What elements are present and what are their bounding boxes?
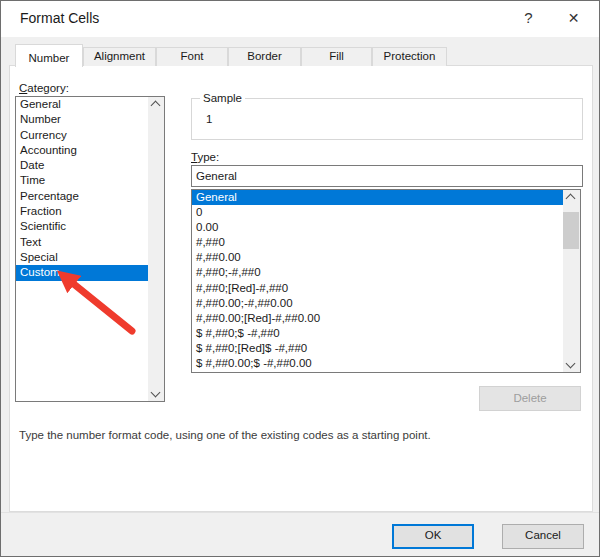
type-item[interactable]: $ #,##0.00;$ -#,##0.00: [192, 356, 580, 371]
cancel-button[interactable]: Cancel: [502, 524, 584, 549]
category-item[interactable]: Accounting: [16, 143, 164, 158]
category-item[interactable]: Date: [16, 158, 164, 173]
category-item[interactable]: Number: [16, 112, 164, 127]
close-icon[interactable]: ✕: [551, 1, 596, 35]
category-item[interactable]: Fraction: [16, 204, 164, 219]
tab-number[interactable]: Number: [15, 44, 83, 67]
category-item-selected[interactable]: Custom: [16, 265, 164, 280]
category-label: Category:: [19, 82, 69, 94]
type-scrollbar[interactable]: [563, 190, 580, 372]
scroll-up-icon[interactable]: [563, 190, 579, 205]
category-scrollbar[interactable]: [148, 97, 164, 401]
sample-groupbox: Sample 1: [191, 98, 583, 140]
tab-fill[interactable]: Fill: [301, 47, 372, 66]
dialog-title: Format Cells: [20, 10, 99, 26]
type-item[interactable]: #,##0.00;-#,##0.00: [192, 296, 580, 311]
category-item[interactable]: Special: [16, 250, 164, 265]
title-bar: Format Cells ? ✕: [1, 1, 599, 37]
type-item[interactable]: 0.00: [192, 220, 580, 235]
tab-font[interactable]: Font: [156, 47, 228, 66]
category-item[interactable]: Time: [16, 173, 164, 188]
type-item[interactable]: 0: [192, 205, 580, 220]
scroll-down-icon[interactable]: [148, 386, 164, 401]
sample-label: Sample: [200, 92, 245, 104]
delete-button[interactable]: Delete: [479, 386, 581, 411]
category-item[interactable]: Currency: [16, 128, 164, 143]
type-label: Type:: [191, 151, 219, 163]
tab-border[interactable]: Border: [228, 47, 301, 66]
type-item[interactable]: $ #,##0;$ -#,##0: [192, 326, 580, 341]
category-item[interactable]: Scientific: [16, 219, 164, 234]
category-item[interactable]: General: [16, 97, 164, 112]
type-item[interactable]: #,##0.00;[Red]-#,##0.00: [192, 311, 580, 326]
category-listbox: General Number Currency Accounting Date …: [15, 96, 165, 402]
type-item[interactable]: #,##0;-#,##0: [192, 265, 580, 280]
sample-value: 1: [206, 113, 212, 125]
help-icon[interactable]: ?: [506, 1, 551, 35]
type-item[interactable]: #,##0;[Red]-#,##0: [192, 281, 580, 296]
description-text: Type the number format code, using one o…: [19, 429, 579, 441]
scroll-down-icon[interactable]: [563, 357, 579, 372]
type-item[interactable]: #,##0: [192, 235, 580, 250]
ok-button[interactable]: OK: [392, 524, 474, 549]
scrollbar-thumb[interactable]: [563, 212, 579, 249]
category-item[interactable]: Text: [16, 235, 164, 250]
tab-protection[interactable]: Protection: [372, 47, 447, 66]
scroll-up-icon[interactable]: [148, 97, 164, 112]
type-item[interactable]: #,##0.00: [192, 250, 580, 265]
type-item[interactable]: $ #,##0;[Red]$ -#,##0: [192, 341, 580, 356]
type-input[interactable]: [191, 165, 583, 187]
type-listbox: General 0 0.00 #,##0 #,##0.00 #,##0;-#,#…: [191, 189, 581, 373]
format-cells-dialog: Format Cells ? ✕ Number Alignment Font B…: [0, 0, 600, 557]
type-item-selected[interactable]: General: [192, 190, 580, 205]
category-item[interactable]: Percentage: [16, 189, 164, 204]
tab-alignment[interactable]: Alignment: [83, 47, 156, 66]
